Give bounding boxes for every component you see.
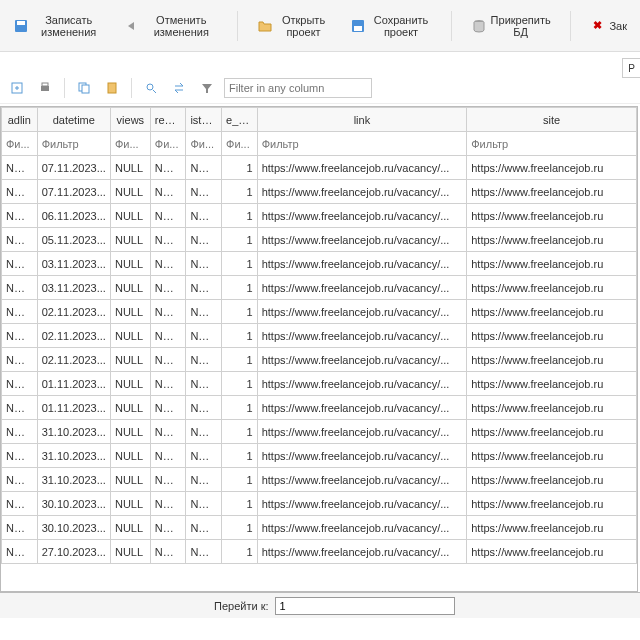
cell-enum[interactable]: 1 xyxy=(222,468,258,492)
side-tab[interactable]: P xyxy=(622,58,640,78)
cell-datetime[interactable]: 30.10.2023... xyxy=(37,516,110,540)
cell-enum[interactable]: 1 xyxy=(222,228,258,252)
cell-istom[interactable]: NULL xyxy=(186,420,222,444)
cell-adlin[interactable]: NULL xyxy=(2,516,38,540)
cell-link[interactable]: https://www.freelancejob.ru/vacancy/... xyxy=(257,228,467,252)
cell-enum[interactable]: 1 xyxy=(222,516,258,540)
cell-istom[interactable]: NULL xyxy=(186,276,222,300)
cell-site[interactable]: https://www.freelancejob.ru xyxy=(467,180,637,204)
cell-views[interactable]: NULL xyxy=(110,516,150,540)
col-header-enum[interactable]: e_num xyxy=(222,108,258,132)
cell-site[interactable]: https://www.freelancejob.ru xyxy=(467,204,637,228)
table-row[interactable]: NULL01.11.2023...NULLNULLNULL1https://ww… xyxy=(2,372,637,396)
col-header-site[interactable]: site xyxy=(467,108,637,132)
cell-link[interactable]: https://www.freelancejob.ru/vacancy/... xyxy=(257,276,467,300)
cell-views[interactable]: NULL xyxy=(110,420,150,444)
cell-datetime[interactable]: 02.11.2023... xyxy=(37,300,110,324)
cell-replies[interactable]: NULL xyxy=(150,252,186,276)
cell-site[interactable]: https://www.freelancejob.ru xyxy=(467,492,637,516)
table-row[interactable]: NULL31.10.2023...NULLNULLNULL1https://ww… xyxy=(2,444,637,468)
cell-adlin[interactable]: NULL xyxy=(2,372,38,396)
cell-adlin[interactable]: NULL xyxy=(2,156,38,180)
table-row[interactable]: NULL06.11.2023...NULLNULLNULL1https://ww… xyxy=(2,204,637,228)
table-row[interactable]: NULL31.10.2023...NULLNULLNULL1https://ww… xyxy=(2,420,637,444)
cell-enum[interactable]: 1 xyxy=(222,156,258,180)
cell-adlin[interactable]: NULL xyxy=(2,180,38,204)
close-button[interactable]: ✖ Зак xyxy=(580,13,636,39)
table-row[interactable]: NULL07.11.2023...NULLNULLNULL1https://ww… xyxy=(2,180,637,204)
cell-adlin[interactable]: NULL xyxy=(2,540,38,564)
cell-istom[interactable]: NULL xyxy=(186,300,222,324)
cell-link[interactable]: https://www.freelancejob.ru/vacancy/... xyxy=(257,468,467,492)
cell-istom[interactable]: NULL xyxy=(186,180,222,204)
cell-views[interactable]: NULL xyxy=(110,468,150,492)
cell-adlin[interactable]: NULL xyxy=(2,444,38,468)
cell-replies[interactable]: NULL xyxy=(150,540,186,564)
cell-datetime[interactable]: 31.10.2023... xyxy=(37,420,110,444)
cell-site[interactable]: https://www.freelancejob.ru xyxy=(467,348,637,372)
table-row[interactable]: NULL02.11.2023...NULLNULLNULL1https://ww… xyxy=(2,324,637,348)
cell-datetime[interactable]: 05.11.2023... xyxy=(37,228,110,252)
filter-views[interactable] xyxy=(115,138,146,150)
cell-istom[interactable]: NULL xyxy=(186,252,222,276)
cell-replies[interactable]: NULL xyxy=(150,420,186,444)
cell-enum[interactable]: 1 xyxy=(222,324,258,348)
cell-views[interactable]: NULL xyxy=(110,372,150,396)
cell-link[interactable]: https://www.freelancejob.ru/vacancy/... xyxy=(257,444,467,468)
cell-datetime[interactable]: 02.11.2023... xyxy=(37,324,110,348)
cell-site[interactable]: https://www.freelancejob.ru xyxy=(467,156,637,180)
table-row[interactable]: NULL02.11.2023...NULLNULLNULL1https://ww… xyxy=(2,300,637,324)
cell-replies[interactable]: NULL xyxy=(150,300,186,324)
col-header-adlin[interactable]: adlin xyxy=(2,108,38,132)
cell-adlin[interactable]: NULL xyxy=(2,348,38,372)
cell-views[interactable]: NULL xyxy=(110,348,150,372)
cell-views[interactable]: NULL xyxy=(110,252,150,276)
cell-datetime[interactable]: 06.11.2023... xyxy=(37,204,110,228)
cell-datetime[interactable]: 31.10.2023... xyxy=(37,444,110,468)
table-row[interactable]: NULL03.11.2023...NULLNULLNULL1https://ww… xyxy=(2,276,637,300)
cell-replies[interactable]: NULL xyxy=(150,180,186,204)
table-row[interactable]: NULL27.10.2023...NULLNULLNULL1https://ww… xyxy=(2,540,637,564)
cell-enum[interactable]: 1 xyxy=(222,204,258,228)
cell-link[interactable]: https://www.freelancejob.ru/vacancy/... xyxy=(257,420,467,444)
cell-replies[interactable]: NULL xyxy=(150,324,186,348)
cell-link[interactable]: https://www.freelancejob.ru/vacancy/... xyxy=(257,372,467,396)
table-row[interactable]: NULL31.10.2023...NULLNULLNULL1https://ww… xyxy=(2,468,637,492)
cell-enum[interactable]: 1 xyxy=(222,420,258,444)
cell-datetime[interactable]: 07.11.2023... xyxy=(37,180,110,204)
cell-enum[interactable]: 1 xyxy=(222,300,258,324)
cell-istom[interactable]: NULL xyxy=(186,324,222,348)
cell-site[interactable]: https://www.freelancejob.ru xyxy=(467,324,637,348)
cell-enum[interactable]: 1 xyxy=(222,252,258,276)
filter-site[interactable] xyxy=(471,138,632,150)
cell-link[interactable]: https://www.freelancejob.ru/vacancy/... xyxy=(257,252,467,276)
cell-adlin[interactable]: NULL xyxy=(2,252,38,276)
cell-views[interactable]: NULL xyxy=(110,276,150,300)
save-project-button[interactable]: Сохранить проект xyxy=(341,9,441,43)
cell-adlin[interactable]: NULL xyxy=(2,228,38,252)
table-row[interactable]: NULL02.11.2023...NULLNULLNULL1https://ww… xyxy=(2,348,637,372)
cell-link[interactable]: https://www.freelancejob.ru/vacancy/... xyxy=(257,396,467,420)
cell-adlin[interactable]: NULL xyxy=(2,396,38,420)
cell-site[interactable]: https://www.freelancejob.ru xyxy=(467,444,637,468)
cell-datetime[interactable]: 31.10.2023... xyxy=(37,468,110,492)
cell-adlin[interactable]: NULL xyxy=(2,420,38,444)
cell-datetime[interactable]: 30.10.2023... xyxy=(37,492,110,516)
cell-link[interactable]: https://www.freelancejob.ru/vacancy/... xyxy=(257,540,467,564)
cell-istom[interactable]: NULL xyxy=(186,492,222,516)
cell-datetime[interactable]: 03.11.2023... xyxy=(37,252,110,276)
replace-button[interactable] xyxy=(168,77,190,99)
cell-adlin[interactable]: NULL xyxy=(2,204,38,228)
cell-replies[interactable]: NULL xyxy=(150,468,186,492)
cell-site[interactable]: https://www.freelancejob.ru xyxy=(467,276,637,300)
cell-views[interactable]: NULL xyxy=(110,156,150,180)
cell-istom[interactable]: NULL xyxy=(186,204,222,228)
cell-site[interactable]: https://www.freelancejob.ru xyxy=(467,468,637,492)
cell-adlin[interactable]: NULL xyxy=(2,300,38,324)
cell-link[interactable]: https://www.freelancejob.ru/vacancy/... xyxy=(257,204,467,228)
filter-link[interactable] xyxy=(262,138,463,150)
cell-enum[interactable]: 1 xyxy=(222,348,258,372)
col-header-replies[interactable]: replies xyxy=(150,108,186,132)
cell-replies[interactable]: NULL xyxy=(150,348,186,372)
cell-adlin[interactable]: NULL xyxy=(2,492,38,516)
